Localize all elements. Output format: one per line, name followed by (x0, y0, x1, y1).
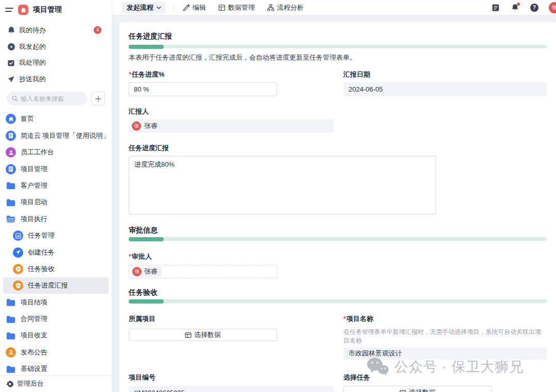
sidebar-item-label: 我发起的 (19, 42, 46, 51)
folder-icon (6, 330, 16, 341)
sidebar-item-cc-to-me[interactable]: 抄送我的 (0, 71, 112, 87)
search-icon (12, 95, 18, 102)
sidebar-item-project-closing[interactable]: 项目结项 (3, 294, 109, 310)
project-no-field: XM20240605005 (129, 386, 334, 392)
form-card: 任务进度汇报 本表用于任务进度的汇报，汇报完成后，会自动将进度更新至任务管理表单… (119, 22, 556, 392)
sidebar-item-my-todo[interactable]: 我的待办 4 (0, 22, 112, 39)
table-icon (218, 4, 225, 11)
section-progress-bar (129, 299, 547, 303)
sidebar-item-task-management[interactable]: 任务管理 (3, 227, 109, 244)
folder-icon (6, 364, 16, 374)
send-icon (13, 247, 23, 258)
sidebar-item-project-execution[interactable]: 项目执行 (3, 211, 109, 227)
select-task-data-button[interactable]: 选择数据 (343, 386, 492, 392)
folder-icon (6, 197, 16, 207)
report-date-field: 2024-06-05 (343, 82, 547, 96)
sidebar-item-customer-management[interactable]: 客户管理 (3, 177, 109, 194)
sidebar-item-create-task[interactable]: 创建任务 (3, 244, 109, 260)
document-icon (6, 131, 16, 141)
user-avatar[interactable]: 张 (549, 2, 556, 13)
sidebar-item-usage-guide[interactable]: 简道云 项目管理「使用说明」 (3, 128, 109, 144)
section-progress-bar (129, 45, 547, 48)
bell-icon (7, 26, 15, 34)
reporter-name: 张睿 (144, 121, 158, 131)
sidebar-item-label: 我的待办 (19, 26, 46, 35)
field-label-select-task: 选择任务 (343, 373, 547, 382)
folder-icon (6, 297, 16, 308)
chevron-down-icon (157, 6, 161, 9)
flow-analysis-button[interactable]: 流程分析 (267, 3, 304, 12)
field-label-project-no: 项目编号 (129, 373, 334, 382)
reporter-avatar: 张 (132, 121, 141, 131)
announce-icon (6, 347, 16, 358)
edit-button[interactable]: 编辑 (183, 3, 206, 12)
help-icon[interactable]: ? (530, 4, 538, 12)
search-input[interactable] (21, 95, 82, 102)
shield-check-icon (13, 264, 23, 274)
shield-check-icon (13, 280, 23, 291)
sidebar-item-basic-settings[interactable]: 基础设置 (3, 361, 109, 375)
sidebar-header: 项目管理 (0, 2, 112, 17)
plus-icon (95, 96, 101, 102)
sidebar: 项目管理 我的待办 4 我发起的 我处理的 抄送我的 (0, 0, 112, 392)
sidebar-item-project-finance[interactable]: 项目收支 (3, 327, 109, 344)
notifications-bell-icon[interactable] (511, 4, 519, 11)
hamburger-menu-icon[interactable] (5, 7, 13, 13)
todo-count-badge: 4 (94, 26, 101, 34)
search-box[interactable] (7, 92, 87, 105)
toolbar-right: ? 张 (480, 2, 556, 13)
project-name-help-text: 在任务管理表单中新增汇报时，无需手动选择项目，系统可自动关联出项目名称 (343, 328, 547, 345)
approver-field[interactable]: 张 张睿 (129, 265, 277, 278)
add-button[interactable] (91, 92, 105, 105)
sidebar-item-my-processed[interactable]: 我处理的 (0, 55, 112, 72)
sidebar-item-label: 抄送我的 (19, 75, 46, 84)
home-icon (6, 114, 16, 124)
sidebar-search-row (7, 92, 105, 105)
sidebar-item-contract-management[interactable]: 合同管理 (3, 311, 109, 327)
data-management-button[interactable]: 数据管理 (218, 3, 255, 12)
progress-detail-textarea[interactable]: 进度完成80% (129, 156, 436, 215)
play-circle-icon (7, 42, 15, 51)
form-title: 任务进度汇报 (129, 32, 547, 41)
sidebar-item-task-acceptance[interactable]: 任务验收 (3, 261, 109, 277)
toolbar: 发起流程 编辑 数据管理 流程分析 (112, 0, 556, 15)
sidebar-item-project-management[interactable]: 项目管理 (3, 161, 109, 177)
sidebar-item-task-progress-report[interactable]: 任务进度汇报 (3, 277, 109, 294)
sidebar-item-staff-workbench[interactable]: 员工工作台 (3, 144, 109, 161)
approval-section-title: 审批信息 (129, 226, 547, 235)
chart-icon (13, 230, 23, 241)
member-tag: 张 张睿 (131, 266, 162, 277)
app-title: 项目管理 (33, 5, 62, 14)
sidebar-item-home[interactable]: 首页 (3, 111, 109, 127)
user-icon (6, 147, 16, 157)
admin-console-label: 管理后台 (17, 379, 44, 388)
field-label-report-date: 汇报日期 (343, 70, 547, 79)
sidebar-item-project-start[interactable]: 项目启动 (3, 194, 109, 210)
gear-icon (6, 380, 14, 388)
start-flow-button[interactable]: 发起流程 (122, 2, 166, 13)
main-area: 发起流程 编辑 数据管理 流程分析 (112, 0, 556, 392)
sidebar-quick-menu: 我的待办 4 我发起的 我处理的 抄送我的 (0, 22, 112, 87)
document-icon (6, 164, 16, 174)
content-area: 任务进度汇报 本表用于任务进度的汇报，汇报完成后，会自动将进度更新至任务管理表单… (112, 15, 556, 392)
field-label-approver: *审批人 (129, 252, 547, 261)
task-progress-input[interactable] (129, 82, 277, 96)
sidebar-nav: 首页 简道云 项目管理「使用说明」 员工工作台 项目管理 客户管理 项目启动 (0, 111, 112, 375)
sidebar-item-my-initiated[interactable]: 我发起的 (0, 39, 112, 55)
select-data-icon (185, 332, 192, 338)
paper-plane-icon (7, 75, 15, 84)
select-project-data-button[interactable]: 选择数据 (129, 329, 277, 341)
flowchart-icon (267, 4, 274, 11)
journal-icon[interactable] (491, 4, 500, 12)
admin-console-button[interactable]: 管理后台 (0, 375, 112, 392)
field-label-task-progress: *任务进度% (129, 70, 334, 79)
approver-name: 张睿 (144, 267, 158, 276)
folder-open-icon (6, 214, 16, 224)
section-progress-bar (129, 237, 547, 241)
notification-dot (517, 3, 520, 6)
toolbar-divider (173, 4, 174, 11)
sidebar-item-publish-announcement[interactable]: 发布公告 (3, 344, 109, 361)
acceptance-section-title: 任务验收 (129, 288, 547, 297)
field-label-parent-project: 所属项目 (129, 314, 334, 324)
approver-avatar: 张 (132, 267, 142, 276)
